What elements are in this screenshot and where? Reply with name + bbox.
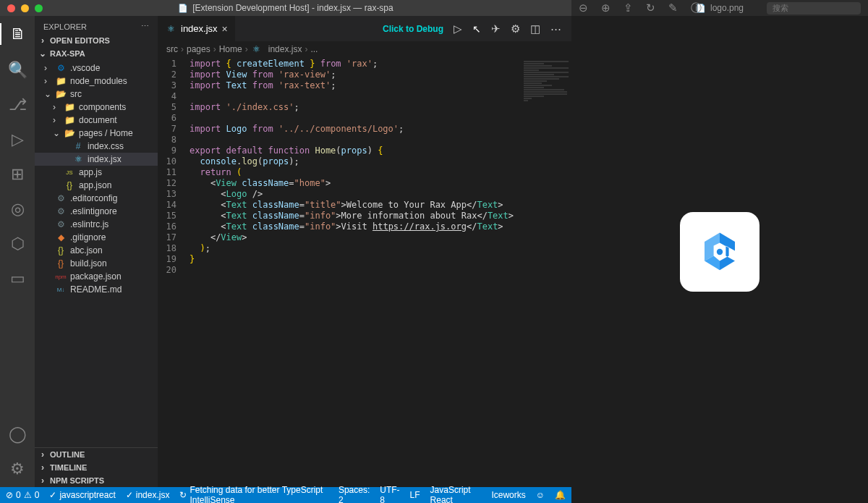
send-icon[interactable]: ✈ bbox=[491, 22, 501, 35]
tree-item-readme-md[interactable]: M↓README.md bbox=[35, 283, 158, 296]
more-icon[interactable]: ⋯ bbox=[141, 22, 149, 31]
debug-icon[interactable]: ▷ bbox=[12, 130, 24, 149]
remote-icon[interactable]: ◎ bbox=[11, 200, 25, 219]
activity-bar: 🗎 🔍 ⎇ ▷ ⊞ ◎ ⬡ ▭ ◯ ⚙ bbox=[0, 16, 35, 487]
tree-item--gitignore[interactable]: ◆.gitignore bbox=[35, 231, 158, 244]
tree-item-node-modules[interactable]: ›📁node_modules bbox=[35, 75, 158, 88]
explorer-icon[interactable]: 🗎 bbox=[0, 23, 35, 45]
config-icon: ⚙ bbox=[55, 193, 67, 204]
tree-item-label: .vscode bbox=[70, 63, 100, 73]
zoom-in-icon[interactable]: ⊕ bbox=[601, 1, 610, 14]
tree-item-label: document bbox=[79, 115, 117, 125]
tree-item-label: app.js bbox=[79, 167, 102, 177]
tree-item--vscode[interactable]: ›⚙.vscode bbox=[35, 62, 158, 75]
status-language[interactable]: JavaScript React bbox=[430, 485, 482, 503]
tree-item-label: .eslintignore bbox=[70, 206, 117, 216]
gear-icon[interactable]: ⚙ bbox=[511, 22, 520, 35]
tree-item-package-json[interactable]: npmpackage.json bbox=[35, 270, 158, 283]
search-icon[interactable]: 🔍 bbox=[8, 61, 27, 80]
tree-item-index-jsx[interactable]: ⚛index.jsx bbox=[35, 153, 158, 166]
tree-item-label: node_modules bbox=[70, 76, 127, 86]
npm-scripts-section[interactable]: ›NPM SCRIPTS bbox=[35, 474, 158, 487]
breadcrumb-segment[interactable]: index.jsx bbox=[268, 44, 302, 54]
zoom-out-icon[interactable]: ⊖ bbox=[579, 1, 588, 14]
tree-item--eslintignore[interactable]: ⚙.eslintignore bbox=[35, 205, 158, 218]
json-icon: {} bbox=[55, 245, 67, 256]
tree-item-src[interactable]: ⌄📂src bbox=[35, 88, 158, 101]
tree-item-index-css[interactable]: #index.css bbox=[35, 140, 158, 153]
editor: ⚛ index.jsx × Click to Debug ▷ ↖ ✈ ⚙ ◫ ⋯… bbox=[158, 16, 571, 487]
folder-icon: 📁 bbox=[64, 101, 75, 113]
open-editors-section[interactable]: ›OPEN EDITORS bbox=[35, 34, 158, 47]
search-input[interactable]: 搜索 bbox=[767, 2, 861, 14]
status-eol[interactable]: LF bbox=[410, 490, 420, 500]
run-icon[interactable]: ▷ bbox=[454, 22, 462, 35]
code-editor[interactable]: 1234567891011121314151617181920 import {… bbox=[158, 57, 571, 487]
status-bell-icon[interactable]: 🔔 bbox=[555, 490, 566, 500]
breadcrumb[interactable]: src›pages›Home›⚛index.jsx›... bbox=[158, 41, 571, 57]
status-lang-mode[interactable]: ✓ javascriptreact bbox=[49, 490, 115, 500]
iceworks-icon[interactable]: ⬡ bbox=[11, 234, 25, 253]
tree-item-label: README.md bbox=[70, 284, 122, 295]
cursor-pointer-icon: ↖ bbox=[472, 23, 481, 35]
panel-icon[interactable]: ▭ bbox=[10, 269, 25, 288]
tree-item-build-json[interactable]: {}build.json bbox=[35, 257, 158, 270]
breadcrumb-segment[interactable]: Home bbox=[219, 44, 242, 54]
debug-hint: Click to Debug bbox=[383, 24, 443, 34]
timeline-section[interactable]: ›TIMELINE bbox=[35, 461, 158, 474]
window-controls[interactable] bbox=[0, 4, 43, 12]
explorer-sidebar: EXPLORER ⋯ ›OPEN EDITORS ⌄RAX-SPA ›⚙.vsc… bbox=[35, 16, 158, 487]
config-icon: ⚙ bbox=[55, 206, 67, 217]
md-icon: M↓ bbox=[55, 284, 67, 295]
tab-index-jsx[interactable]: ⚛ index.jsx × bbox=[158, 16, 236, 41]
breadcrumb-segment[interactable]: ... bbox=[310, 44, 318, 54]
project-section[interactable]: ⌄RAX-SPA bbox=[35, 47, 158, 60]
folder-open-icon: 📂 bbox=[64, 127, 75, 139]
tree-item-label: package.json bbox=[70, 271, 122, 282]
share-icon[interactable]: ⇪ bbox=[624, 1, 633, 14]
json-b-icon: {} bbox=[55, 258, 67, 269]
status-spaces[interactable]: Spaces: 2 bbox=[339, 485, 370, 503]
status-encoding[interactable]: UTF-8 bbox=[380, 485, 399, 503]
status-feedback-icon[interactable]: ☺ bbox=[536, 490, 545, 500]
explorer-title: EXPLORER bbox=[43, 22, 87, 31]
tree-item-app-json[interactable]: {}app.json bbox=[35, 179, 158, 192]
settings-icon[interactable]: ⚙ bbox=[10, 460, 25, 478]
minimap[interactable] bbox=[521, 60, 571, 111]
info-icon[interactable]: ⓘ bbox=[691, 1, 702, 15]
js-icon: JS bbox=[64, 166, 75, 178]
tab-bar: ⚛ index.jsx × Click to Debug ▷ ↖ ✈ ⚙ ◫ ⋯ bbox=[158, 16, 571, 41]
react-icon: ⚛ bbox=[72, 153, 84, 165]
split-icon[interactable]: ◫ bbox=[530, 22, 540, 35]
extensions-icon[interactable]: ⊞ bbox=[11, 165, 24, 184]
json-icon: {} bbox=[64, 179, 75, 191]
tree-item-pages-home[interactable]: ⌄📂pages / Home bbox=[35, 127, 158, 140]
status-file[interactable]: ✓ index.jsx bbox=[126, 490, 170, 500]
react-icon: ⚛ bbox=[165, 23, 176, 35]
status-iceworks[interactable]: Iceworks bbox=[491, 490, 525, 500]
tree-item-label: .eslintrc.js bbox=[70, 219, 109, 229]
more-icon[interactable]: ⋯ bbox=[550, 22, 561, 35]
logo-image bbox=[680, 212, 760, 292]
tree-item-components[interactable]: ›📁components bbox=[35, 101, 158, 114]
tree-item--eslintrc-js[interactable]: ⚙.eslintrc.js bbox=[35, 218, 158, 231]
status-errors[interactable]: ⊘ 0 ⚠ 0 bbox=[6, 490, 39, 500]
breadcrumb-segment[interactable]: src bbox=[166, 44, 178, 54]
tree-item-document[interactable]: ›📁document bbox=[35, 114, 158, 127]
tree-item-app-js[interactable]: JSapp.js bbox=[35, 166, 158, 179]
tree-item--editorconfig[interactable]: ⚙.editorconfig bbox=[35, 192, 158, 205]
outline-section[interactable]: ›OUTLINE bbox=[35, 448, 158, 461]
close-icon[interactable]: × bbox=[222, 23, 228, 35]
folder-icon: 📁 bbox=[55, 75, 67, 87]
folder-open-icon: 📂 bbox=[55, 88, 67, 100]
folder-icon: 📁 bbox=[64, 114, 75, 126]
breadcrumb-segment[interactable]: pages bbox=[187, 44, 210, 54]
status-ts[interactable]: ↻ Fetching data for better TypeScript In… bbox=[179, 485, 328, 503]
rotate-icon[interactable]: ↻ bbox=[646, 1, 655, 14]
tree-item-abc-json[interactable]: {}abc.json bbox=[35, 244, 158, 257]
rax-logo-icon bbox=[694, 227, 745, 277]
source-control-icon[interactable]: ⎇ bbox=[9, 96, 27, 114]
tree-item-label: .editorconfig bbox=[70, 193, 117, 203]
edit-icon[interactable]: ✎ bbox=[668, 1, 678, 14]
account-icon[interactable]: ◯ bbox=[9, 425, 27, 444]
